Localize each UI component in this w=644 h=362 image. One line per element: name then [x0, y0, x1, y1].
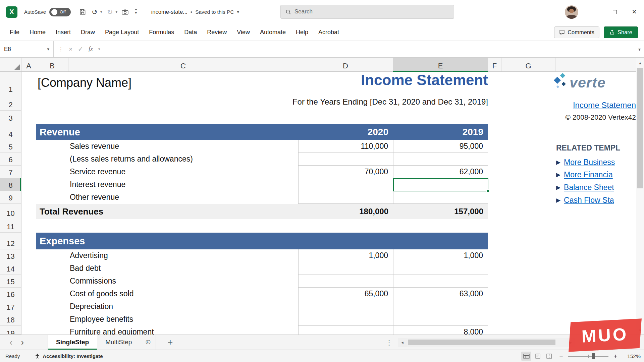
row-label-cell[interactable]: Furniture and equipment: [36, 326, 298, 335]
row-header-11[interactable]: 11: [0, 219, 21, 233]
cash-flow-link[interactable]: Cash Flow Sta: [564, 196, 614, 205]
ribbon-tab-formulas[interactable]: Formulas: [144, 24, 179, 41]
total-revenues-label[interactable]: Total Revenues: [36, 204, 298, 219]
cell-d18[interactable]: [298, 313, 393, 326]
column-header-a[interactable]: A: [21, 58, 36, 71]
ribbon-tab-draw[interactable]: Draw: [76, 24, 100, 41]
row-header-17[interactable]: 17: [0, 300, 21, 313]
vertical-scrollbar[interactable]: ▴ ▾: [636, 58, 644, 335]
share-button[interactable]: Share: [604, 26, 638, 38]
undo-dropdown[interactable]: ▾: [100, 10, 102, 14]
document-subtitle-cell[interactable]: For the Years Ending [Dec 31, 2020 and D…: [292, 97, 488, 107]
customize-toolbar-dropdown[interactable]: ▾: [135, 9, 137, 15]
cell-d19[interactable]: [298, 326, 393, 335]
ribbon-tab-acrobat[interactable]: Acrobat: [313, 24, 344, 41]
row-header-4[interactable]: 4: [0, 124, 21, 140]
ribbon-tab-review[interactable]: Review: [202, 24, 232, 41]
normal-view-button[interactable]: [521, 352, 531, 361]
row-header-19[interactable]: 19: [0, 326, 21, 335]
row-header-16[interactable]: 16: [0, 288, 21, 300]
cell-e17[interactable]: [393, 300, 488, 313]
row-label-cell[interactable]: Depreciation: [36, 300, 298, 313]
cell-e7[interactable]: 62,000: [393, 166, 488, 178]
ribbon-tab-automate[interactable]: Automate: [255, 24, 291, 41]
cell-d16[interactable]: 65,000: [298, 288, 393, 300]
zoom-out-button[interactable]: −: [558, 353, 564, 360]
cancel-entry-button[interactable]: ×: [69, 46, 72, 53]
name-box-dropdown[interactable]: ▾: [47, 47, 49, 52]
scroll-up-button[interactable]: ▴: [636, 58, 644, 67]
document-title-cell[interactable]: Income Statement: [361, 72, 488, 88]
row-header-13[interactable]: 13: [0, 249, 21, 262]
cell-e19[interactable]: 8,000: [393, 326, 488, 335]
ribbon-tab-help[interactable]: Help: [291, 24, 313, 41]
cell-d8[interactable]: [298, 178, 393, 191]
row-header-10[interactable]: 10: [0, 204, 21, 219]
zoom-in-button[interactable]: +: [612, 353, 619, 360]
close-button[interactable]: ×: [625, 0, 644, 24]
page-layout-view-button[interactable]: [533, 352, 543, 361]
more-financial-link[interactable]: More Financia: [564, 170, 613, 179]
row-header-15[interactable]: 15: [0, 275, 21, 288]
formula-bar-grip[interactable]: ⋮: [58, 46, 63, 52]
row-label-cell[interactable]: Sales revenue: [36, 140, 298, 153]
next-sheet-button[interactable]: ›: [17, 335, 28, 350]
company-name-cell[interactable]: [Company Name]: [38, 76, 131, 90]
scroll-left-button[interactable]: ◂: [398, 338, 407, 347]
sheet-tab-multistep[interactable]: MultiStep: [97, 335, 140, 350]
save-button[interactable]: [78, 8, 87, 16]
row-header-1[interactable]: 1: [0, 72, 21, 95]
minimize-button[interactable]: [586, 0, 605, 24]
row-header-2[interactable]: 2: [0, 95, 21, 111]
column-header-f[interactable]: F: [488, 58, 501, 71]
ribbon-tab-view[interactable]: View: [232, 24, 255, 41]
previous-sheet-button[interactable]: ‹: [5, 335, 17, 350]
row-label-cell[interactable]: Interest revenue: [36, 178, 298, 191]
camera-button[interactable]: [121, 8, 129, 16]
saved-status[interactable]: Saved to this PC: [195, 9, 234, 15]
cell-e14[interactable]: [393, 262, 488, 275]
cell-d5[interactable]: 110,000: [298, 140, 393, 153]
cell-e18[interactable]: [393, 313, 488, 326]
insert-function-button[interactable]: fx: [89, 46, 93, 53]
cell-e15[interactable]: [393, 275, 488, 288]
ribbon-tab-file[interactable]: File: [5, 24, 24, 41]
ribbon-tab-home[interactable]: Home: [24, 24, 51, 41]
document-filename[interactable]: income-state...: [151, 9, 187, 15]
column-header-e-selected[interactable]: E: [393, 58, 488, 71]
column-header-b[interactable]: B: [36, 58, 68, 71]
insert-function-dropdown[interactable]: ▾: [98, 47, 100, 51]
row-label-cell[interactable]: Commissions: [36, 275, 298, 288]
total-revenues-2020[interactable]: 180,000: [298, 204, 393, 219]
row-header-18[interactable]: 18: [0, 313, 21, 326]
row-label-cell[interactable]: (Less sales returns and allowances): [36, 153, 298, 166]
search-box[interactable]: [280, 5, 454, 19]
enter-entry-button[interactable]: ✓: [78, 45, 83, 53]
formula-input[interactable]: [105, 41, 635, 57]
cell-d7[interactable]: 70,000: [298, 166, 393, 178]
cell-d9[interactable]: [298, 191, 393, 204]
cell-d6[interactable]: [298, 153, 393, 166]
income-statement-template-link[interactable]: Income Statemen: [573, 101, 636, 110]
cell-e9[interactable]: [393, 191, 488, 204]
zoom-slider-thumb[interactable]: [592, 353, 595, 359]
cell-e5[interactable]: 95,000: [393, 140, 488, 153]
row-label-cell[interactable]: Bad debt: [36, 262, 298, 275]
sheet-tab-singlestep-active[interactable]: SingleStep: [48, 335, 97, 350]
revenue-section-header[interactable]: Revenue 2020 2019: [36, 124, 488, 140]
horizontal-scrollbar[interactable]: ◂ ▸: [398, 338, 575, 347]
column-header-g[interactable]: G: [501, 58, 555, 71]
tab-bar-more-button[interactable]: ⋮: [386, 335, 392, 350]
row-label-cell[interactable]: Other revenue: [36, 191, 298, 204]
more-business-link[interactable]: More Business: [564, 158, 615, 167]
ribbon-tab-data[interactable]: Data: [179, 24, 202, 41]
cell-e13[interactable]: 1,000: [393, 249, 488, 262]
saved-status-dropdown[interactable]: ▾: [237, 9, 239, 14]
cell-e6[interactable]: [393, 153, 488, 166]
user-avatar[interactable]: [565, 5, 578, 19]
name-box[interactable]: E8 ▾: [0, 41, 54, 57]
row-header-6[interactable]: 6: [0, 153, 21, 166]
cell-d17[interactable]: [298, 300, 393, 313]
row-label-cell[interactable]: Employee benefits: [36, 313, 298, 326]
autosave-toggle[interactable]: Off: [49, 8, 71, 16]
